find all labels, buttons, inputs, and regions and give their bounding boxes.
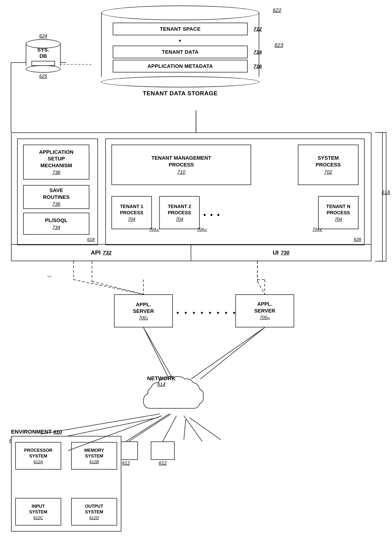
- tenant-data-number: 714: [253, 49, 262, 55]
- box-734: PL/SOQL 734: [23, 213, 89, 235]
- system-process-label: SYSTEMPROCESS: [316, 155, 341, 168]
- storage-623-num: 623: [274, 42, 283, 48]
- box-618-number: 618: [87, 237, 95, 242]
- network-label-group: NETWORK 614: [147, 375, 176, 387]
- tenant-mgmt-number: 710: [177, 169, 185, 175]
- box-618: APPLICATIONSETUPMECHANISM 738 SAVEROUTIN…: [17, 139, 98, 245]
- cylinder-body: TENANT SPACE 712 • TENANT DATA 714 APPLI…: [101, 13, 259, 77]
- save-routines-number: 736: [52, 201, 60, 207]
- svg-line-25: [191, 328, 265, 379]
- sysdb-cylinder: SYS.DB: [26, 39, 61, 73]
- svg-line-21: [92, 281, 143, 294]
- sysdb-top: [26, 39, 61, 48]
- box-704-n: TENANT NPROCESS 704: [318, 196, 358, 229]
- sysdb-625-num: 625: [26, 74, 61, 79]
- sysdb-inner-rect: [31, 61, 55, 66]
- app-setup-number: 738: [52, 170, 60, 175]
- box-628-number: 628: [354, 237, 361, 242]
- client-device-2: 612: [151, 441, 175, 460]
- input-system-box: INPUTSYSTEM 612C: [15, 498, 61, 526]
- network-number: 614: [147, 381, 176, 387]
- api-ui-row: API 732 UI 730: [11, 244, 371, 261]
- tenant-dots: • • •: [203, 211, 221, 219]
- tenant1-label: TENANT 1PROCESS: [120, 204, 143, 216]
- storage-dots: •: [102, 37, 259, 45]
- tenant2-704-label: 704↙: [197, 227, 207, 232]
- box-704-2: TENANT 2PROCESS 704: [159, 196, 200, 229]
- network-label: NETWORK: [147, 375, 176, 381]
- tenant-data-box: TENANT DATA 714: [113, 46, 248, 58]
- api-label: API: [91, 249, 101, 256]
- sysdb-text: SYS.DB: [37, 47, 49, 59]
- tenant-data-label: TENANT DATA: [162, 49, 199, 55]
- plsoql-number: 734: [52, 225, 60, 230]
- tenant-space-box: TENANT SPACE 712: [113, 23, 248, 35]
- save-routines-label: SAVEROUTINES: [43, 187, 70, 200]
- ui-label: UI: [273, 249, 279, 256]
- tenant-mgmt-label: TENANT MANAGEMENTPROCESS: [151, 155, 211, 168]
- box-702: SYSTEMPROCESS 702: [298, 145, 358, 185]
- appl-server-n-number: 700N: [260, 315, 270, 321]
- appl-server-n-label: APPL.SERVER: [254, 301, 275, 314]
- ui-number: 730: [281, 250, 289, 256]
- svg-line-10: [200, 328, 265, 379]
- memory-system-box: MEMORYSYSTEM 612B: [71, 442, 117, 469]
- tenant1-704-label: 704↙: [149, 227, 159, 232]
- tenantn-704-label: 704↙: [312, 227, 323, 232]
- diagram-container: TENANT SPACE 712 • TENANT DATA 714 APPLI…: [0, 0, 392, 543]
- cylinder-top: [101, 6, 259, 20]
- memory-number: 612B: [89, 459, 99, 464]
- svg-line-23: [258, 281, 265, 294]
- appl-server-1-number: 700₁: [139, 315, 148, 320]
- tenant2-label: TENANT 2PROCESS: [168, 204, 191, 216]
- svg-line-24: [143, 328, 173, 379]
- appl-server-n: APPL.SERVER 700N: [235, 294, 294, 328]
- box-628: TENANT MANAGEMENTPROCESS 710 SYSTEMPROCE…: [105, 139, 365, 245]
- appl-server-1-label: APPL.SERVER: [133, 301, 154, 315]
- server-box-616: APPLICATIONSETUPMECHANISM 738 SAVEROUTIN…: [11, 132, 371, 261]
- output-system-box: OUTPUTSYSTEM 612D: [71, 498, 117, 526]
- client-1-label: 612: [122, 460, 130, 466]
- input-number: 612C: [34, 515, 43, 520]
- processor-system-box: PROCESSORSYSTEM 612A: [15, 442, 61, 469]
- storage-main-label: TENANT DATA STORAGE: [92, 90, 269, 97]
- sysdb-section: 624 SYS.DB 625: [26, 33, 61, 79]
- ui-box: UI 730: [191, 245, 371, 261]
- box-738: APPLICATIONSETUPMECHANISM 738: [23, 145, 89, 180]
- tenant-space-number: 712: [253, 26, 262, 32]
- svg-line-4: [73, 280, 143, 294]
- cylinder-bottom: [101, 76, 259, 87]
- tenantn-label: TENANT NPROCESS: [326, 204, 350, 216]
- app-setup-label: APPLICATIONSETUPMECHANISM: [39, 149, 73, 169]
- client-2-label: 612: [159, 460, 167, 466]
- tenantn-number: 704: [335, 217, 342, 222]
- sysdb-bottom: [26, 65, 61, 73]
- environment-label: ENVIRONMENT 610: [11, 429, 62, 435]
- app-metadata-label: APPLICATION METADATA: [147, 63, 213, 69]
- plsoql-label: PL/SOQL: [45, 217, 68, 224]
- box-736: SAVEROUTINES 736: [23, 185, 89, 209]
- tenant-storage-section: TENANT SPACE 712 • TENANT DATA 714 APPLI…: [92, 6, 269, 97]
- tenant-space-label: TENANT SPACE: [160, 26, 201, 32]
- svg-line-9: [143, 328, 169, 379]
- memory-label: MEMORYSYSTEM: [84, 447, 104, 459]
- system-process-number: 702: [324, 169, 332, 175]
- output-number: 612D: [89, 515, 99, 520]
- input-label: INPUTSYSTEM: [29, 503, 47, 515]
- server-616-number: 616: [381, 189, 390, 195]
- tenant1-number: 704: [128, 217, 135, 222]
- env-box-612: PROCESSORSYSTEM 612A MEMORYSYSTEM 612B I…: [11, 436, 121, 532]
- sysdb-624-num: 624: [26, 33, 61, 39]
- output-label: OUTPUTSYSTEM: [85, 503, 103, 515]
- processor-number: 612A: [34, 459, 43, 464]
- appl-server-1: APPL.SERVER 700₁: [114, 294, 173, 328]
- api-number: 732: [103, 250, 112, 256]
- app-metadata-number: 716: [253, 63, 262, 69]
- tenant2-number: 704: [176, 217, 183, 222]
- box-710: TENANT MANAGEMENTPROCESS 710: [112, 145, 251, 185]
- box-704-1: TENANT 1PROCESS 704: [112, 196, 152, 229]
- app-metadata-box: APPLICATION METADATA 716: [113, 60, 248, 73]
- processor-label: PROCESSORSYSTEM: [24, 447, 52, 459]
- environment-number: 610: [53, 429, 62, 435]
- storage-622-num: 622: [273, 7, 281, 13]
